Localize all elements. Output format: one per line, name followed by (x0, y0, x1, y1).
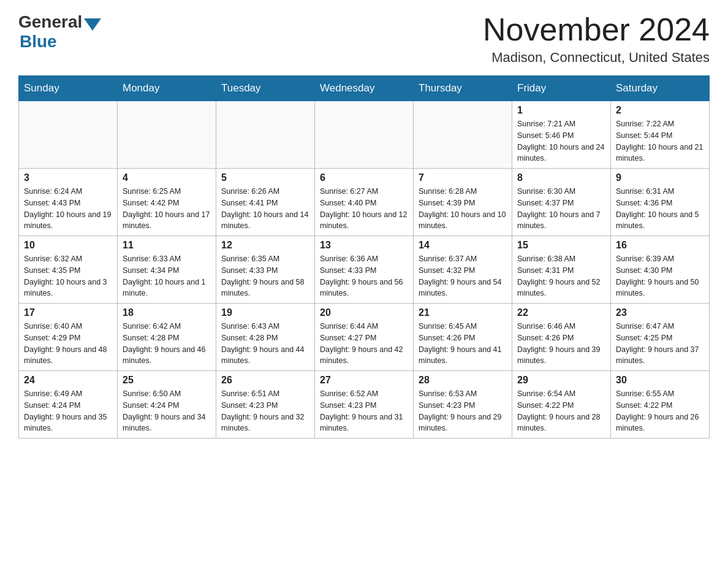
day-info: Sunrise: 6:25 AMSunset: 4:42 PMDaylight:… (123, 186, 211, 232)
day-info: Sunrise: 6:36 AMSunset: 4:33 PMDaylight:… (320, 253, 408, 299)
col-header-tuesday: Tuesday (216, 76, 315, 101)
calendar-cell: 4Sunrise: 6:25 AMSunset: 4:42 PMDaylight… (118, 169, 216, 236)
col-header-wednesday: Wednesday (315, 76, 414, 101)
day-number: 23 (616, 307, 704, 318)
day-number: 29 (517, 375, 605, 386)
day-info: Sunrise: 6:28 AMSunset: 4:39 PMDaylight:… (419, 186, 507, 232)
day-number: 5 (221, 172, 309, 183)
week-row-1: 1Sunrise: 7:21 AMSunset: 5:46 PMDaylight… (19, 101, 710, 169)
day-info: Sunrise: 6:33 AMSunset: 4:34 PMDaylight:… (123, 253, 211, 299)
day-number: 17 (24, 307, 112, 318)
calendar-cell: 28Sunrise: 6:53 AMSunset: 4:23 PMDayligh… (414, 371, 512, 439)
day-number: 1 (517, 105, 605, 116)
day-info: Sunrise: 6:35 AMSunset: 4:33 PMDaylight:… (221, 253, 309, 299)
day-info: Sunrise: 7:21 AMSunset: 5:46 PMDaylight:… (517, 118, 605, 164)
calendar-table: SundayMondayTuesdayWednesdayThursdayFrid… (18, 75, 710, 439)
calendar-cell: 5Sunrise: 6:26 AMSunset: 4:41 PMDaylight… (216, 169, 315, 236)
calendar-cell: 16Sunrise: 6:39 AMSunset: 4:30 PMDayligh… (611, 236, 710, 304)
calendar-cell: 10Sunrise: 6:32 AMSunset: 4:35 PMDayligh… (19, 236, 118, 304)
day-number: 15 (517, 240, 605, 251)
calendar-cell: 19Sunrise: 6:43 AMSunset: 4:28 PMDayligh… (216, 304, 315, 371)
day-info: Sunrise: 6:27 AMSunset: 4:40 PMDaylight:… (320, 186, 408, 232)
day-info: Sunrise: 6:43 AMSunset: 4:28 PMDaylight:… (221, 321, 309, 367)
day-number: 25 (123, 375, 211, 386)
calendar-cell: 9Sunrise: 6:31 AMSunset: 4:36 PMDaylight… (611, 169, 710, 236)
calendar-cell: 2Sunrise: 7:22 AMSunset: 5:44 PMDaylight… (611, 101, 710, 169)
day-info: Sunrise: 7:22 AMSunset: 5:44 PMDaylight:… (616, 118, 704, 164)
calendar-cell (216, 101, 315, 169)
calendar-cell: 1Sunrise: 7:21 AMSunset: 5:46 PMDaylight… (512, 101, 611, 169)
day-number: 10 (24, 240, 112, 251)
day-number: 16 (616, 240, 704, 251)
day-info: Sunrise: 6:44 AMSunset: 4:27 PMDaylight:… (320, 321, 408, 367)
day-number: 30 (616, 375, 704, 386)
logo-arrow-icon (84, 18, 101, 31)
calendar-cell: 8Sunrise: 6:30 AMSunset: 4:37 PMDaylight… (512, 169, 611, 236)
logo: General Blue (18, 12, 101, 52)
calendar-cell: 21Sunrise: 6:45 AMSunset: 4:26 PMDayligh… (414, 304, 512, 371)
calendar-cell: 22Sunrise: 6:46 AMSunset: 4:26 PMDayligh… (512, 304, 611, 371)
day-info: Sunrise: 6:37 AMSunset: 4:32 PMDaylight:… (419, 253, 507, 299)
day-info: Sunrise: 6:52 AMSunset: 4:23 PMDaylight:… (320, 388, 408, 434)
week-row-4: 17Sunrise: 6:40 AMSunset: 4:29 PMDayligh… (19, 304, 710, 371)
day-number: 6 (320, 172, 408, 183)
calendar-cell (118, 101, 216, 169)
calendar-cell: 26Sunrise: 6:51 AMSunset: 4:23 PMDayligh… (216, 371, 315, 439)
day-number: 22 (517, 307, 605, 318)
calendar-cell: 20Sunrise: 6:44 AMSunset: 4:27 PMDayligh… (315, 304, 414, 371)
title-area: November 2024 Madison, Connecticut, Unit… (483, 12, 710, 66)
day-number: 18 (123, 307, 211, 318)
day-info: Sunrise: 6:46 AMSunset: 4:26 PMDaylight:… (517, 321, 605, 367)
calendar-cell: 3Sunrise: 6:24 AMSunset: 4:43 PMDaylight… (19, 169, 118, 236)
col-header-thursday: Thursday (414, 76, 512, 101)
calendar-cell (19, 101, 118, 169)
day-info: Sunrise: 6:42 AMSunset: 4:28 PMDaylight:… (123, 321, 211, 367)
day-number: 20 (320, 307, 408, 318)
calendar-cell: 12Sunrise: 6:35 AMSunset: 4:33 PMDayligh… (216, 236, 315, 304)
day-number: 2 (616, 105, 704, 116)
day-info: Sunrise: 6:31 AMSunset: 4:36 PMDaylight:… (616, 186, 704, 232)
page-header: General Blue November 2024 Madison, Conn… (18, 12, 710, 66)
calendar-header-row: SundayMondayTuesdayWednesdayThursdayFrid… (19, 76, 710, 101)
day-info: Sunrise: 6:39 AMSunset: 4:30 PMDaylight:… (616, 253, 704, 299)
col-header-sunday: Sunday (19, 76, 118, 101)
calendar-cell: 27Sunrise: 6:52 AMSunset: 4:23 PMDayligh… (315, 371, 414, 439)
calendar-cell: 30Sunrise: 6:55 AMSunset: 4:22 PMDayligh… (611, 371, 710, 439)
calendar-cell: 11Sunrise: 6:33 AMSunset: 4:34 PMDayligh… (118, 236, 216, 304)
day-number: 24 (24, 375, 112, 386)
day-number: 27 (320, 375, 408, 386)
day-number: 21 (419, 307, 507, 318)
calendar-cell: 18Sunrise: 6:42 AMSunset: 4:28 PMDayligh… (118, 304, 216, 371)
calendar-cell: 14Sunrise: 6:37 AMSunset: 4:32 PMDayligh… (414, 236, 512, 304)
day-number: 28 (419, 375, 507, 386)
calendar-cell: 17Sunrise: 6:40 AMSunset: 4:29 PMDayligh… (19, 304, 118, 371)
day-number: 7 (419, 172, 507, 183)
day-number: 12 (221, 240, 309, 251)
month-title: November 2024 (483, 12, 710, 47)
day-info: Sunrise: 6:51 AMSunset: 4:23 PMDaylight:… (221, 388, 309, 434)
logo-general-text: General (18, 12, 82, 32)
day-number: 19 (221, 307, 309, 318)
calendar-cell: 15Sunrise: 6:38 AMSunset: 4:31 PMDayligh… (512, 236, 611, 304)
day-info: Sunrise: 6:53 AMSunset: 4:23 PMDaylight:… (419, 388, 507, 434)
day-info: Sunrise: 6:30 AMSunset: 4:37 PMDaylight:… (517, 186, 605, 232)
day-number: 11 (123, 240, 211, 251)
col-header-friday: Friday (512, 76, 611, 101)
day-number: 14 (419, 240, 507, 251)
day-info: Sunrise: 6:54 AMSunset: 4:22 PMDaylight:… (517, 388, 605, 434)
day-number: 8 (517, 172, 605, 183)
week-row-2: 3Sunrise: 6:24 AMSunset: 4:43 PMDaylight… (19, 169, 710, 236)
calendar-cell: 6Sunrise: 6:27 AMSunset: 4:40 PMDaylight… (315, 169, 414, 236)
calendar-cell (414, 101, 512, 169)
calendar-cell: 23Sunrise: 6:47 AMSunset: 4:25 PMDayligh… (611, 304, 710, 371)
day-number: 4 (123, 172, 211, 183)
day-info: Sunrise: 6:24 AMSunset: 4:43 PMDaylight:… (24, 186, 112, 232)
day-info: Sunrise: 6:32 AMSunset: 4:35 PMDaylight:… (24, 253, 112, 299)
col-header-saturday: Saturday (611, 76, 710, 101)
week-row-3: 10Sunrise: 6:32 AMSunset: 4:35 PMDayligh… (19, 236, 710, 304)
day-number: 26 (221, 375, 309, 386)
day-number: 3 (24, 172, 112, 183)
day-info: Sunrise: 6:49 AMSunset: 4:24 PMDaylight:… (24, 388, 112, 434)
calendar-cell: 7Sunrise: 6:28 AMSunset: 4:39 PMDaylight… (414, 169, 512, 236)
calendar-cell: 24Sunrise: 6:49 AMSunset: 4:24 PMDayligh… (19, 371, 118, 439)
